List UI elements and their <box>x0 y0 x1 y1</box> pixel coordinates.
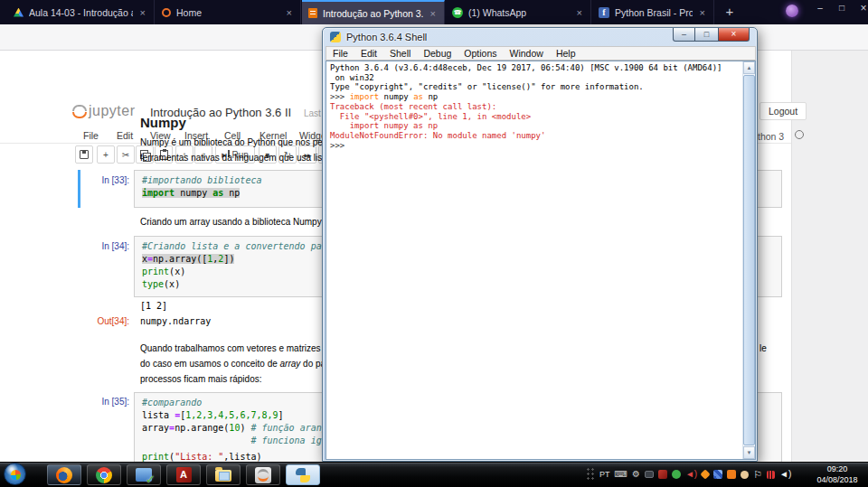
shell-maximize-button[interactable]: □ <box>695 28 718 42</box>
markdown-paragraph: Quando trabalhamos com vetores e matrize… <box>140 341 328 387</box>
cut-cell-button[interactable]: ✂ <box>117 145 135 164</box>
google-drive-icon <box>14 8 24 17</box>
shell-window-controls: – □ × <box>673 28 750 42</box>
shell-error-line: File "<pyshell#0>", line 1, in <module> <box>330 112 741 122</box>
shell-menu-window[interactable]: Window <box>504 48 550 59</box>
logout-button[interactable]: Logout <box>760 102 807 120</box>
clock-date: 04/08/2018 <box>810 474 864 485</box>
taskbar-adobe-reader-button[interactable] <box>166 464 201 485</box>
antivirus-shield-icon[interactable] <box>672 470 681 479</box>
tab-close-icon[interactable]: × <box>285 7 294 18</box>
shell-window-title: Python 3.6.4 Shell <box>346 32 427 42</box>
taskbar-chrome-button[interactable] <box>87 464 121 485</box>
paragraph-line: Numpy é um biblioteca do Python que nos … <box>140 135 326 150</box>
markdown-paragraph: Criando um array usando a biblioteca Num… <box>140 214 322 229</box>
tab-drive-aula[interactable]: Aula 14-03 - Introdução ao Pyt × <box>7 0 155 24</box>
start-button[interactable] <box>4 463 26 485</box>
tab-label: Python Brasil - Programadores <box>615 7 693 18</box>
taskbar-firefox-button[interactable] <box>47 464 81 485</box>
browser-tab-bar: Aula 14-03 - Introdução ao Pyt × Home × … <box>0 0 868 24</box>
tab-label: Introdução ao Python 3.6 II <box>323 8 423 19</box>
shell-menu-edit[interactable]: Edit <box>354 48 383 59</box>
extension-badge-icon[interactable] <box>786 5 798 17</box>
cell-input-prompt: In [34]: <box>75 240 129 253</box>
save-button[interactable] <box>75 145 93 164</box>
shell-prompt: >>> <box>330 141 741 151</box>
shell-minimize-button[interactable]: – <box>673 28 695 42</box>
shell-menu-file[interactable]: File <box>326 48 354 59</box>
kernel-status-icon <box>795 130 804 139</box>
python-idle-icon <box>295 467 311 483</box>
keyboard-icon[interactable]: ⌨ <box>615 470 627 479</box>
orange-diamond-tray-icon[interactable] <box>700 469 710 479</box>
shell-scrollbar[interactable]: ▲ ▼ <box>742 61 755 459</box>
notebook-favicon-icon <box>308 8 317 18</box>
python-icon <box>330 32 341 42</box>
jupyter-app-icon <box>255 467 271 483</box>
python-shell-window[interactable]: Python 3.6.4 Shell – □ × File Edit Shell… <box>322 27 758 462</box>
browser-close-button[interactable]: × <box>854 0 868 17</box>
taskbar-file-explorer-button[interactable] <box>206 464 241 485</box>
orange-square-tray-icon[interactable] <box>727 470 736 479</box>
facebook-icon <box>599 7 609 18</box>
paragraph-line: processos ficam mais rápidos: <box>140 371 328 387</box>
shell-menu-help[interactable]: Help <box>550 48 582 59</box>
tan-tray-icon[interactable] <box>741 471 749 479</box>
firefox-icon <box>56 467 72 483</box>
new-tab-button[interactable]: + <box>721 3 739 21</box>
add-cell-button[interactable]: + <box>97 145 115 164</box>
tab-notebook-active[interactable]: Introdução ao Python 3.6 II × <box>302 0 445 24</box>
code-comment: #Criando lista e a convertendo para <box>142 241 333 251</box>
save-icon <box>80 150 89 159</box>
clock-time: 09:20 <box>810 464 864 474</box>
menu-file[interactable]: File <box>83 130 99 141</box>
shell-output: Python 3.6.4 (v3.6.4:d48eceb, Dec 19 201… <box>330 63 741 150</box>
taskbar-photo-viewer-button[interactable] <box>127 464 161 485</box>
cell-input-prompt: In [33]: <box>75 174 129 187</box>
browser-maximize-button[interactable]: □ <box>832 0 852 17</box>
screen: Aula 14-03 - Introdução ao Pyt × Home × … <box>0 0 868 487</box>
jupyter-logo-text[interactable]: jupyter <box>89 103 136 119</box>
shell-line: >>> import numpy as np <box>330 92 741 102</box>
menu-edit[interactable]: Edit <box>117 130 133 141</box>
tab-close-icon[interactable]: × <box>575 7 584 18</box>
shell-error-line: ModuleNotFoundError: No module named 'nu… <box>330 131 741 141</box>
hidden-icons-grid[interactable] <box>586 467 595 482</box>
network-signal-icon[interactable] <box>767 471 775 479</box>
shell-menu-options[interactable]: Options <box>458 48 503 59</box>
tab-label: (1) WhatsApp <box>468 7 570 18</box>
muted-speaker-icon[interactable]: ◄) <box>685 470 697 479</box>
action-center-flag-icon[interactable]: ⚐ <box>753 470 762 479</box>
blue-grid-tray-icon[interactable] <box>713 470 722 479</box>
display-tray-icon[interactable] <box>645 471 654 478</box>
tab-close-icon[interactable]: × <box>138 7 147 18</box>
jupyter-logo-icon[interactable] <box>71 105 86 118</box>
settings-gear-icon[interactable]: ⚙ <box>632 470 640 479</box>
scroll-thumb[interactable] <box>743 75 755 445</box>
shell-menu-debug[interactable]: Debug <box>417 48 458 59</box>
language-indicator[interactable]: PT <box>599 470 610 479</box>
volume-speaker-icon[interactable]: ◄) <box>779 470 791 479</box>
shell-text-area[interactable]: Python 3.6.4 (v3.6.4:d48eceb, Dec 19 201… <box>326 61 756 460</box>
tab-facebook[interactable]: Python Brasil - Programadores × <box>592 0 714 24</box>
tab-jupyter-home[interactable]: Home × <box>156 0 301 24</box>
shell-menu-shell[interactable]: Shell <box>383 48 417 59</box>
code-comment: #importando biblioteca <box>142 175 261 185</box>
markdown-heading: Numpy <box>140 115 186 130</box>
scroll-up-icon[interactable]: ▲ <box>743 61 755 74</box>
browser-minimize-button[interactable]: – <box>810 0 830 17</box>
tab-close-icon[interactable]: × <box>698 7 707 18</box>
paragraph-line: Quando trabalhamos com vetores e matrize… <box>140 341 328 356</box>
tab-whatsapp[interactable]: (1) WhatsApp × <box>446 0 591 24</box>
scroll-down-icon[interactable]: ▼ <box>743 446 755 459</box>
taskbar-python-idle-button[interactable] <box>286 464 320 485</box>
adobe-tray-icon[interactable] <box>658 470 667 479</box>
shell-line: Python 3.6.4 (v3.6.4:d48eceb, Dec 19 201… <box>330 63 741 73</box>
photo-viewer-icon <box>136 468 152 482</box>
taskbar-clock[interactable]: 09:20 04/08/2018 <box>810 464 864 485</box>
shell-close-button[interactable]: × <box>718 28 750 42</box>
taskbar-jupyter-button[interactable] <box>246 464 280 485</box>
shell-line: on win32 <box>330 73 741 83</box>
tab-close-icon[interactable]: × <box>429 8 438 19</box>
folder-icon <box>215 470 231 482</box>
